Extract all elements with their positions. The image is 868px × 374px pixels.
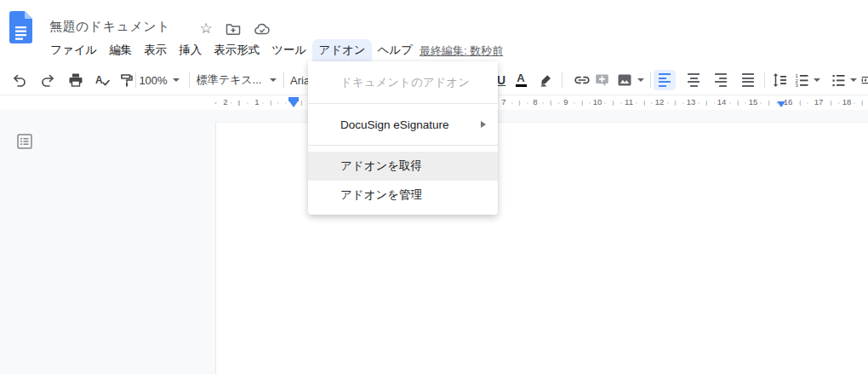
ruler-number: 7 [500,97,507,106]
paint-format-button[interactable] [117,65,136,95]
menu-divider [308,145,498,146]
right-indent-marker[interactable] [777,101,785,107]
color-swatch [516,84,527,88]
menu-item-label: アドオンを管理 [340,187,422,203]
bulleted-list-dropdown[interactable] [848,65,859,95]
document-title[interactable]: 無題のドキュメント [49,19,170,35]
svg-text:3: 3 [796,83,799,88]
menu-item-1[interactable]: 編集 [103,39,138,61]
google-docs-window: 無題のドキュメント ☆ ファイル編集表示挿入表示形式ツールアドオンヘルプ 最終編… [0,0,868,374]
print-button[interactable] [66,65,85,95]
ruler-number: 2 [221,97,229,106]
ruler-number: 8 [531,97,539,106]
align-center-button[interactable] [682,65,705,95]
addons-menu-item-2[interactable]: アドオンを取得 [308,152,498,181]
first-line-indent-marker[interactable] [288,97,299,101]
last-edit-link[interactable]: 最終編集: 数秒前 [420,43,503,59]
submenu-arrow-icon [481,121,486,128]
toolbar-divider [189,72,190,88]
toolbar-divider [283,72,284,88]
menu-bar: ファイル編集表示挿入表示形式ツールアドオンヘルプ [44,39,419,61]
star-icon[interactable]: ☆ [197,20,214,37]
left-indent-marker[interactable] [289,101,298,107]
menu-divider [308,103,498,104]
toolbar-divider [764,72,765,88]
menu-item-7[interactable]: ヘルプ [372,39,419,61]
move-to-folder-icon[interactable] [225,20,242,37]
addons-menu-item-3[interactable]: アドオンを管理 [308,181,498,210]
ruler-number: 13 [685,97,698,106]
ruler-number: 9 [562,97,569,106]
menu-item-6[interactable]: アドオン [312,39,371,61]
ruler-number: 11 [623,97,635,106]
menu-item-3[interactable]: 挿入 [173,39,208,61]
show-outline-icon[interactable] [15,132,34,151]
line-spacing-button[interactable] [769,65,790,95]
numbered-list-dropdown[interactable] [812,65,822,95]
chevron-down-icon [270,78,277,82]
bulleted-list-button[interactable] [829,65,848,95]
align-right-button[interactable] [710,65,732,95]
ruler-number: 18 [841,97,854,106]
google-docs-logo-icon[interactable] [9,11,32,43]
spellcheck-button[interactable]: A [93,65,111,95]
cloud-saved-icon[interactable] [254,20,271,37]
redo-button[interactable] [38,65,57,95]
menu-item-0[interactable]: ファイル [44,39,103,61]
toolbar-divider [135,72,136,88]
menu-item-label: アドオンを取得 [340,158,422,174]
align-left-button[interactable] [654,70,676,90]
indent-button[interactable] [861,65,868,95]
toolbar-divider [562,72,562,88]
ruler-number: 10 [591,97,604,106]
ruler-number: 17 [813,97,825,106]
highlight-button[interactable] [537,65,556,95]
undo-button[interactable] [10,65,29,95]
chevron-down-icon [173,78,180,82]
insert-image-dropdown[interactable] [636,65,646,95]
menu-item-2[interactable]: 表示 [138,39,173,61]
svg-text:A: A [95,74,103,86]
toolbar-divider [650,72,651,88]
align-justify-button[interactable] [737,65,759,95]
addons-menu-item-1[interactable]: DocuSign eSignature [308,110,498,139]
ruler-number: 15 [747,97,760,106]
ruler-number: 12 [654,97,666,106]
addons-menu-item-0: ドキュメントのアドオン [308,68,498,97]
addons-dropdown-menu: ドキュメントのアドオンDocuSign eSignatureアドオンを取得アドオ… [308,61,498,215]
menu-item-label: ドキュメントのアドオン [340,75,470,90]
zoom-select[interactable]: 100% [138,65,180,95]
menu-item-label: DocuSign eSignature [340,118,449,131]
add-comment-button[interactable] [593,65,612,95]
ruler-number: 14 [716,97,728,106]
text-color-button[interactable]: A [512,65,529,95]
menu-item-4[interactable]: 表示形式 [208,39,266,61]
left-panel [0,122,215,374]
numbered-list-button[interactable]: 123 [792,65,811,95]
insert-image-button[interactable] [615,65,634,95]
menu-item-5[interactable]: ツール [266,39,312,61]
insert-link-button[interactable] [572,65,592,95]
ruler-number: 1 [253,97,260,106]
paragraph-style-select[interactable]: 標準テキス... [196,65,277,95]
